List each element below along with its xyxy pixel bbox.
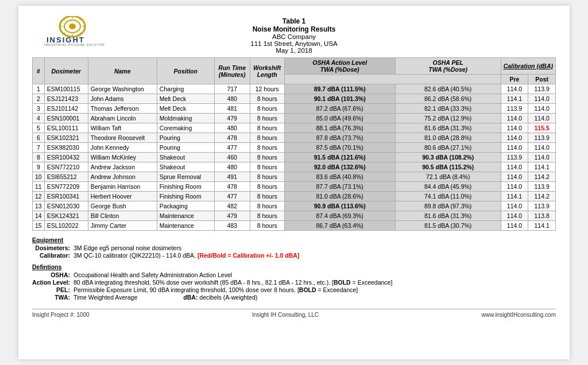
cell-name: Thomas Jefferson [88, 104, 157, 114]
col-header-cal-pre: Pre [501, 75, 528, 84]
cell-osha-al: 90.9 dBA (113.6%) [284, 201, 395, 211]
cell-num: 6 [33, 133, 45, 143]
cell-osha-al: 91.5 dBA (121.6%) [284, 153, 395, 162]
cell-cal-pre: 114.0 [501, 211, 528, 221]
cell-workshift: 8 hours [250, 211, 284, 221]
cell-runtime: 477 [214, 143, 250, 153]
table-row: 3ESJ101142Thomas JeffersonMelt Deck4818 … [33, 104, 556, 114]
cell-dosimeter: ESR100432 [44, 153, 88, 162]
cell-runtime: 480 [214, 123, 250, 133]
cell-workshift: 8 hours [250, 143, 284, 153]
table-row: 12ESR100341Herbert HooverFinishing Room4… [33, 192, 556, 201]
def-al-value: 80 dBA integrating threshold, 50% dose o… [74, 279, 556, 286]
cell-workshift: 8 hours [250, 123, 284, 133]
cell-dosimeter: ESN012030 [44, 201, 88, 211]
cell-dosimeter: ESI655212 [44, 172, 88, 182]
cell-dosimeter: ESM100115 [44, 84, 88, 94]
page: INSIGHT INDUSTRIAL HYGIENE SOLUTIONS Tab… [18, 6, 570, 359]
cell-num: 5 [33, 123, 45, 133]
def-twa-value: Time Weighted Average dBA: decibels (A-w… [74, 294, 556, 301]
cell-osha-pel: 89.8 dBA (97.3%) [395, 201, 501, 211]
cell-osha-pel: 74.1 dBA (11.0%) [395, 192, 501, 201]
cell-workshift: 8 hours [250, 104, 284, 114]
table-body: 1ESM100115George WashingtonCharging71712… [33, 84, 556, 231]
cell-workshift: 8 hours [250, 133, 284, 143]
cell-workshift: 12 hours [250, 84, 284, 94]
cell-cal-pre: 114.0 [501, 201, 528, 211]
cell-position: Packaging [157, 201, 214, 211]
cell-runtime: 482 [214, 201, 250, 211]
header-area: INSIGHT INDUSTRIAL HYGIENE SOLUTIONS Tab… [32, 16, 556, 54]
cell-name: William McKinley [88, 153, 157, 162]
cell-name: Benjamin Harrison [88, 182, 157, 192]
cell-cal-pre: 114.0 [501, 114, 528, 123]
cell-osha-pel: 86.2 dBA (58.6%) [395, 94, 501, 104]
cell-workshift: 8 hours [250, 114, 284, 123]
equipment-dosimeters-label: Dosimeters: [32, 244, 74, 251]
cell-runtime: 717 [214, 84, 250, 94]
cell-osha-al: 87.7 dBA (73.1%) [284, 182, 395, 192]
cell-workshift: 8 hours [250, 192, 284, 201]
cell-num: 3 [33, 104, 45, 114]
table-row: 7ESK982030John KennedyPouring4778 hours8… [33, 143, 556, 153]
col-header-cal-post: Post [528, 75, 556, 84]
cell-num: 13 [33, 201, 45, 211]
cell-position: Shakeout [157, 153, 214, 162]
definitions-title: Defintions [32, 263, 556, 270]
cell-name: Theodore Roosevelt [88, 133, 157, 143]
cell-workshift: 8 hours [250, 172, 284, 182]
cell-position: Finishing Room [157, 182, 214, 192]
cell-dosimeter: ESN772210 [44, 162, 88, 172]
svg-point-2 [69, 24, 76, 29]
table-row: 14ESK124321Bill ClintonMaintenance4798 h… [33, 211, 556, 221]
cell-cal-pre: 114.0 [501, 221, 528, 231]
cell-osha-al: 87.2 dBA (67.6%) [284, 104, 395, 114]
cell-runtime: 479 [214, 211, 250, 221]
cell-num: 14 [33, 211, 45, 221]
cell-dosimeter: ESL102022 [44, 221, 88, 231]
table-row: 2ESJ121423John AdamsMelt Deck4808 hours9… [33, 94, 556, 104]
cell-runtime: 460 [214, 153, 250, 162]
table-row: 6ESK102321Theodore RooseveltPouring4788 … [33, 133, 556, 143]
table-row: 15ESL102022Jimmy CarterMaintenance4838 h… [33, 221, 556, 231]
cell-position: Coremaking [157, 123, 214, 133]
cell-name: John Adams [88, 94, 157, 104]
cell-name: William Taft [88, 123, 157, 133]
cell-name: Bill Clinton [88, 211, 157, 221]
col-header-osha-al: OSHA Action LevelTWA (%Dose) [284, 58, 395, 75]
cell-cal-pre: 114.0 [501, 133, 528, 143]
cell-dosimeter: ESJ121423 [44, 94, 88, 104]
cell-runtime: 477 [214, 192, 250, 201]
table-title: Noise Monitoring Results [113, 25, 475, 33]
table-row: 9ESN772210Andrew JacksonShakeout4808 hou… [33, 162, 556, 172]
def-pel-value: Permissible Exposure Limit, 90 dBA integ… [74, 286, 556, 293]
cell-osha-al: 81.0 dBA (28.6%) [284, 192, 395, 201]
cell-num: 7 [33, 143, 45, 153]
footer-center: Insight IH Consulting, LLC [252, 312, 319, 318]
cell-position: Pouring [157, 143, 214, 153]
cell-name: Andrew Jackson [88, 162, 157, 172]
cell-dosimeter: ESK982030 [44, 143, 88, 153]
cell-osha-al: 89.7 dBA (111.5%) [284, 84, 395, 94]
cell-cal-pre: 114.0 [501, 172, 528, 182]
cell-cal-post: 114.0 [528, 153, 556, 162]
cell-position: Maintenance [157, 211, 214, 221]
cell-num: 1 [33, 84, 45, 94]
cell-osha-al: 88.1 dBA (76.3%) [284, 123, 395, 133]
cell-cal-pre: 114.0 [501, 123, 528, 133]
cell-position: Sprue Removal [157, 172, 214, 182]
cell-position: Pouring [157, 133, 214, 143]
cell-osha-pel: 75.2 dBA (12.9%) [395, 114, 501, 123]
table-row: 1ESM100115George WashingtonCharging71712… [33, 84, 556, 94]
cell-osha-al: 87.4 dBA (69.3%) [284, 211, 395, 221]
definitions-section: Defintions OSHA: Occupational Health and… [32, 263, 556, 301]
footer-left: Insight Project #: 1000 [32, 312, 90, 318]
cell-runtime: 483 [214, 221, 250, 231]
col-header-workshift: WorkshiftLength [250, 58, 284, 84]
footer: Insight Project #: 1000 Insight IH Consu… [32, 309, 556, 318]
cell-osha-al: 92.0 dBA (132.6%) [284, 162, 395, 172]
cell-osha-pel: 80.6 dBA (27.1%) [395, 143, 501, 153]
cell-dosimeter: ESK102321 [44, 133, 88, 143]
cell-workshift: 8 hours [250, 153, 284, 162]
cell-runtime: 478 [214, 133, 250, 143]
